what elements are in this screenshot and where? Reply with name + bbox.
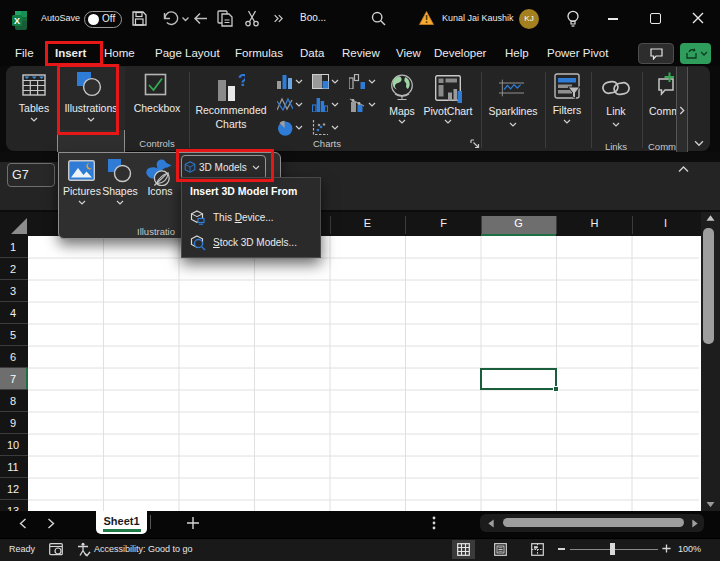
svg-text:?: ? bbox=[238, 72, 245, 90]
svg-text:X: X bbox=[14, 16, 20, 26]
